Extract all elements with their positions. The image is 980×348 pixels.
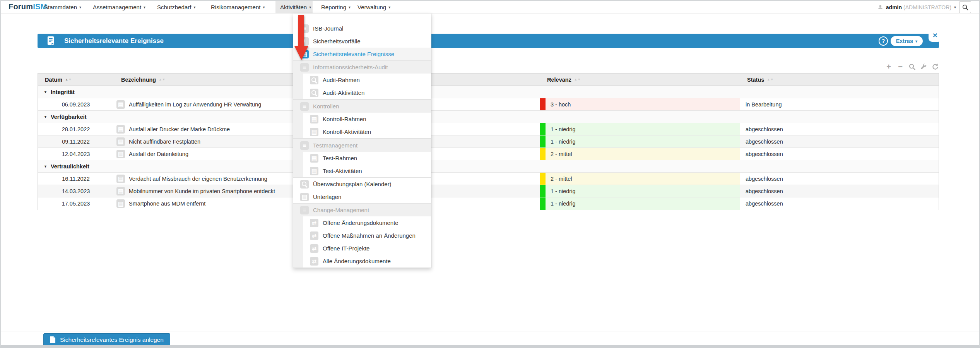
create-event-button[interactable]: Sicherheitsrelevantes Ereignis anlegen: [43, 333, 170, 346]
menu-item-test-aktivitaeten[interactable]: Test-Aktivitäten: [303, 165, 431, 177]
menu-item-offene-massnahmen[interactable]: Offene Maßnahmen an Änderungen: [303, 229, 431, 242]
table-row[interactable]: 12.04.2023 Ausfall der Datenleitung 2 - …: [38, 148, 939, 160]
document-icon: [116, 125, 125, 134]
chevron-down-icon: [193, 5, 195, 9]
change-icon: [310, 231, 318, 240]
collapse-triangle-icon[interactable]: [44, 90, 47, 94]
chevron-down-icon: [954, 5, 956, 9]
cell-datum: 14.03.2023: [38, 185, 114, 197]
menu-item-isb-journal[interactable]: ISB-Journal: [293, 22, 431, 35]
relevance-marker: [540, 173, 546, 185]
group-row-verfuegbarkeit[interactable]: Verfügbarkeit: [38, 111, 939, 123]
document-icon: [310, 154, 318, 163]
nav-aktivitaeten[interactable]: Aktivitäten: [280, 1, 311, 14]
document-icon: [310, 167, 318, 175]
sort-icons[interactable]: [65, 78, 72, 81]
menu-item-audit-rahmen[interactable]: Audit-Rahmen: [303, 74, 431, 86]
sort-icons[interactable]: [574, 78, 581, 81]
cell-relevanz: 2 - mittel: [540, 148, 740, 160]
search-calendar-icon: [300, 180, 309, 189]
column-header-relevanz[interactable]: Relevanz: [540, 74, 740, 86]
user-icon: [877, 4, 883, 10]
cell-datum: 06.09.2023: [38, 98, 114, 110]
cell-datum: 28.01.2022: [38, 123, 114, 135]
cell-relevanz: 1 - niedrig: [540, 135, 740, 147]
group-row-vertraulichkeit[interactable]: Vertraulichkeit: [38, 160, 939, 173]
column-header-status[interactable]: Status: [740, 74, 939, 86]
cell-status: in Bearbeitung: [740, 98, 939, 110]
menu-item-offene-it-projekte[interactable]: Offene IT-Projekte: [303, 242, 431, 255]
menu-item-kontroll-rahmen[interactable]: Kontroll-Rahmen: [303, 113, 431, 125]
nav-assetmanagement[interactable]: Assetmanagement: [93, 1, 145, 14]
refresh-icon[interactable]: [931, 63, 939, 70]
menu-section-kontrollen: Kontrollen Kontroll-Rahmen Kontroll-Akti…: [293, 99, 431, 139]
menu-item-alle-aenderungsdokumente[interactable]: Alle Änderungsdokumente: [303, 255, 431, 267]
list-icon: [300, 63, 309, 72]
user-menu[interactable]: admin (ADMINISTRATOR): [877, 1, 956, 14]
chevron-down-icon: [263, 5, 265, 9]
menu-item-test-rahmen[interactable]: Test-Rahmen: [303, 152, 431, 165]
document-icon: [116, 150, 125, 158]
list-icon: [300, 102, 309, 111]
group-row-integritaet[interactable]: Integrität: [38, 86, 939, 98]
search-icon: [310, 76, 318, 84]
sort-icons[interactable]: [159, 78, 165, 81]
cell-relevanz: 1 - niedrig: [540, 123, 740, 135]
extras-button[interactable]: Extras: [891, 36, 923, 46]
table-row[interactable]: 14.03.2023 Mobilnummer von Kunde im priv…: [38, 185, 939, 197]
document-icon: [116, 137, 125, 146]
search-icon[interactable]: [908, 63, 916, 70]
nav-risikomanagement[interactable]: Risikomanagement: [211, 1, 265, 14]
menu-item-audit-aktivitaeten[interactable]: Audit-Aktivitäten: [303, 86, 431, 99]
cell-status: abgeschlossen: [740, 148, 939, 160]
menu-item-ueberwachungsplan[interactable]: Überwachungsplan (Kalender): [293, 178, 431, 190]
nav-stammdaten[interactable]: Stammdaten: [44, 1, 81, 14]
help-button[interactable]: ?: [879, 36, 888, 46]
wrench-icon[interactable]: [920, 63, 927, 70]
nav-verwaltung[interactable]: Verwaltung: [357, 1, 390, 14]
menu-section-header: Kontrollen: [293, 100, 431, 113]
table-row[interactable]: 28.01.2022 Ausfall aller Drucker der Mar…: [38, 123, 939, 135]
chevron-down-icon: [915, 39, 917, 43]
cell-relevanz: 2 - mittel: [540, 173, 740, 185]
menu-item-kontroll-aktivitaeten[interactable]: Kontroll-Aktivitäten: [303, 125, 431, 138]
menu-item-offene-aenderungsdokumente[interactable]: Offene Änderungsdokumente: [303, 216, 431, 229]
new-document-icon: [50, 336, 56, 343]
nav-schutzbedarf[interactable]: Schutzbedarf: [157, 1, 195, 14]
events-table: Datum Bezeichnung Relevanz Status Integr…: [38, 73, 939, 210]
menu-item-sicherheitsvorfaelle[interactable]: Sicherheitsvorfälle: [293, 35, 431, 48]
expand-all-icon[interactable]: +: [885, 63, 893, 70]
nav-reporting[interactable]: Reporting: [321, 1, 351, 14]
chevron-down-icon: [144, 5, 145, 9]
cell-status: abgeschlossen: [740, 123, 939, 135]
document-icon: [116, 100, 125, 109]
table-row[interactable]: 09.11.2022 Nicht auffindbare Festplatten…: [38, 135, 939, 148]
sort-icons[interactable]: [767, 78, 773, 81]
table-row[interactable]: 16.11.2022 Verdacht auf Missbrauch der e…: [38, 173, 939, 185]
cell-relevanz: 1 - niedrig: [540, 197, 740, 210]
collapse-triangle-icon[interactable]: [44, 115, 47, 119]
collapse-triangle-icon[interactable]: [44, 165, 47, 168]
panel-header: Sicherheitsrelevante Ereignisse ? Extras: [38, 34, 939, 48]
change-icon: [310, 257, 318, 266]
close-button[interactable]: ×: [929, 28, 942, 42]
menu-section-header: Testmanagement: [293, 139, 431, 152]
menu-item-unterlagen[interactable]: Unterlagen: [293, 190, 431, 203]
menu-section-audit: Informationssicherheits-Audit Audit-Rahm…: [293, 60, 431, 99]
app-logo[interactable]: ForumISM: [9, 2, 47, 11]
journal-icon: [300, 24, 309, 33]
collapse-all-icon[interactable]: −: [896, 63, 904, 70]
column-header-datum[interactable]: Datum: [38, 74, 114, 86]
cell-relevanz: 3 - hoch: [540, 98, 740, 110]
cell-datum: 17.05.2023: [38, 197, 114, 210]
table-row[interactable]: 06.09.2023 Auffälligkeiten im Log zur An…: [38, 98, 939, 111]
global-search-button[interactable]: [959, 1, 971, 13]
menu-item-sicherheitsrelevante-ereignisse[interactable]: Sicherheitsrelevante Ereignisse: [293, 48, 431, 60]
document-icon: [116, 187, 125, 195]
relevance-marker: [540, 148, 546, 160]
page-title: Sicherheitsrelevante Ereignisse: [64, 37, 164, 45]
cell-datum: 12.04.2023: [38, 148, 114, 160]
list-icon: [300, 206, 309, 214]
table-row[interactable]: 17.05.2023 Smartphone aus MDM entfernt 1…: [38, 197, 939, 210]
chevron-down-icon: [79, 5, 81, 9]
